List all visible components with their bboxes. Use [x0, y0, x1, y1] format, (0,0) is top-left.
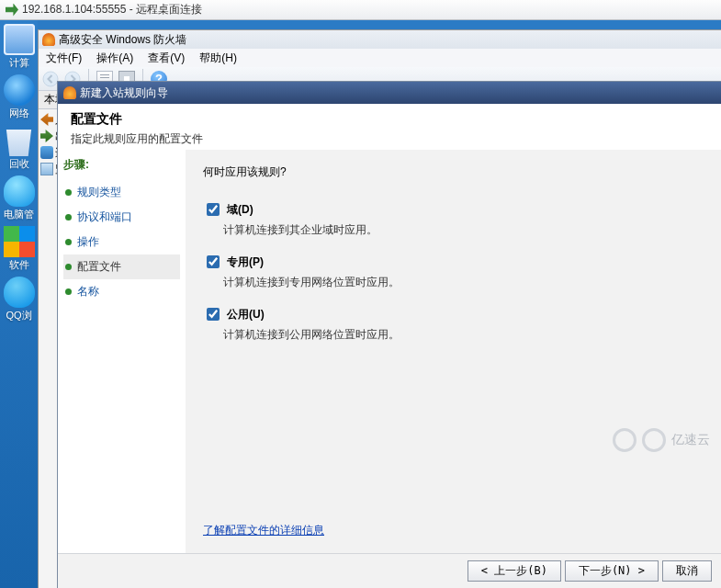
menu-help[interactable]: 帮助(H)	[199, 51, 237, 66]
desktop-app-label: 网络	[0, 107, 38, 119]
desktop-app-label: 计算	[0, 57, 38, 69]
profile-option: 公用(U)计算机连接到公用网络位置时应用。	[203, 305, 704, 343]
desktop-area: 计算网络回收电脑管软件QQ浏	[0, 20, 38, 588]
profile-option-label[interactable]: 专用(P)	[203, 253, 264, 271]
firewall-titlebar: 高级安全 Windows 防火墙	[39, 30, 721, 49]
profile-option-text: 域(D)	[227, 202, 253, 218]
desktop-app-label: 电脑管	[0, 209, 38, 220]
profile-checkbox[interactable]	[207, 203, 220, 216]
learn-more-link[interactable]: 了解配置文件的详细信息	[203, 523, 324, 538]
profile-checkbox[interactable]	[207, 308, 220, 321]
menubar: 文件(F) 操作(A) 查看(V) 帮助(H)	[39, 49, 721, 67]
desktop-app-label: 软件	[0, 259, 38, 271]
profile-checkbox[interactable]	[207, 255, 220, 268]
profile-option: 专用(P)计算机连接到专用网络位置时应用。	[203, 253, 704, 290]
rdp-title-text: 192.168.1.104:55555 - 远程桌面连接	[22, 2, 202, 17]
wizard-step-name[interactable]: 名称	[63, 279, 180, 304]
in-icon	[40, 113, 53, 126]
rdp-titlebar: 192.168.1.104:55555 - 远程桌面连接	[0, 0, 721, 20]
wizard-body: 步骤: 规则类型协议和端口操作配置文件名称 何时应用该规则? 域(D)计算机连接…	[58, 150, 721, 553]
desktop-app-icon[interactable]	[4, 74, 35, 106]
wizard-dialog: 新建入站规则向导 配置文件 指定此规则应用的配置文件 步骤: 规则类型协议和端口…	[57, 81, 721, 588]
desktop-app-label: QQ浏	[0, 310, 38, 322]
profile-option: 域(D)计算机连接到其企业域时应用。	[203, 200, 704, 238]
wizard-title-text: 新建入站规则向导	[80, 85, 168, 101]
wizard-header-title: 配置文件	[71, 111, 708, 128]
wizard-footer: < 上一步(B) 下一步(N) > 取消	[58, 553, 721, 588]
profile-option-label[interactable]: 公用(U)	[203, 305, 265, 323]
desktop-app-icon[interactable]	[4, 24, 35, 55]
wizard-header-subtitle: 指定此规则应用的配置文件	[71, 131, 708, 147]
wizard-steps-pane: 步骤: 规则类型协议和端口操作配置文件名称	[58, 150, 186, 553]
wizard-question: 何时应用该规则?	[203, 164, 704, 180]
menu-action[interactable]: 操作(A)	[96, 51, 133, 66]
svg-point-0	[43, 72, 58, 86]
steps-title: 步骤:	[63, 157, 180, 173]
desktop-app-label: 回收	[0, 158, 38, 170]
profile-option-label[interactable]: 域(D)	[203, 200, 253, 219]
desktop-app-icon[interactable]	[4, 125, 35, 156]
menu-view[interactable]: 查看(V)	[148, 51, 185, 66]
profile-option-text: 专用(P)	[227, 254, 264, 270]
desktop-app-icon[interactable]	[4, 277, 35, 308]
profile-option-desc: 计算机连接到专用网络位置时应用。	[223, 275, 704, 290]
profile-option-text: 公用(U)	[227, 307, 265, 322]
mon-icon	[40, 163, 53, 175]
wizard-content: 何时应用该规则? 域(D)计算机连接到其企业域时应用。专用(P)计算机连接到专用…	[186, 150, 721, 553]
link-icon	[40, 146, 53, 159]
wizard-step-rule-type[interactable]: 规则类型	[63, 180, 180, 205]
rdp-icon	[6, 4, 18, 17]
desktop-app-icon[interactable]	[4, 226, 35, 257]
firewall-title-text: 高级安全 Windows 防火墙	[59, 32, 186, 48]
wizard-step-action[interactable]: 操作	[63, 230, 180, 254]
menu-file[interactable]: 文件(F)	[46, 51, 82, 66]
wizard-icon	[63, 86, 76, 99]
cancel-button[interactable]: 取消	[662, 560, 712, 582]
wizard-step-profile[interactable]: 配置文件	[63, 254, 180, 279]
out-icon	[40, 130, 53, 142]
wizard-step-protocol[interactable]: 协议和端口	[63, 205, 180, 230]
next-button[interactable]: 下一步(N) >	[565, 560, 659, 582]
desktop-app-icon[interactable]	[4, 175, 35, 207]
profile-option-desc: 计算机连接到其企业域时应用。	[223, 222, 704, 238]
back-button[interactable]: < 上一步(B)	[468, 560, 561, 582]
steps-list: 规则类型协议和端口操作配置文件名称	[63, 180, 180, 304]
wizard-titlebar: 新建入站规则向导	[58, 82, 721, 104]
firewall-icon	[42, 33, 55, 46]
profile-option-desc: 计算机连接到公用网络位置时应用。	[223, 327, 704, 343]
